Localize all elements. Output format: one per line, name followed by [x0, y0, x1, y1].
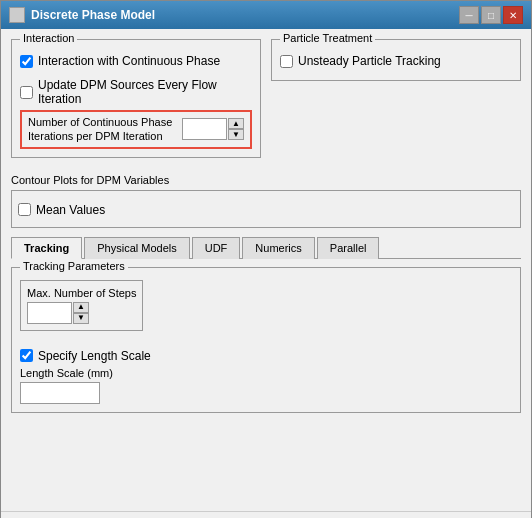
content-area: Interaction Interaction with Continuous …: [1, 29, 531, 511]
update-dpm-row: Update DPM Sources Every Flow Iteration: [20, 72, 252, 106]
update-dpm-checkbox[interactable]: [20, 86, 33, 99]
unsteady-label: Unsteady Particle Tracking: [298, 54, 441, 68]
max-steps-input[interactable]: 20000: [27, 302, 72, 324]
title-controls: ─ □ ✕: [459, 6, 523, 24]
minimize-button[interactable]: ─: [459, 6, 479, 24]
iterations-label-line2: Iterations per DPM Iteration: [28, 130, 163, 142]
iterations-up-button[interactable]: ▲: [228, 118, 244, 129]
contour-section-label: Contour Plots for DPM Variables: [11, 174, 521, 186]
close-button[interactable]: ✕: [503, 6, 523, 24]
iterations-down-button[interactable]: ▼: [228, 129, 244, 140]
length-scale-input[interactable]: 0.01: [20, 382, 100, 404]
particle-treatment-group: Particle Treatment Unsteady Particle Tra…: [271, 39, 521, 81]
app-icon: [9, 7, 25, 23]
mean-values-checkbox[interactable]: [18, 203, 31, 216]
iterations-label-line1: Number of Continuous Phase: [28, 116, 172, 128]
mean-values-label: Mean Values: [36, 203, 105, 217]
tracking-params-title: Tracking Parameters: [20, 260, 128, 272]
max-steps-down-button[interactable]: ▼: [73, 313, 89, 324]
mean-values-row: Mean Values: [18, 197, 514, 217]
tabs-bar: Tracking Physical Models UDF Numerics Pa…: [11, 236, 521, 259]
empty-area: [11, 421, 521, 501]
title-bar-left: Discrete Phase Model: [9, 7, 155, 23]
iterations-spinner-buttons: ▲ ▼: [228, 118, 244, 140]
unsteady-row: Unsteady Particle Tracking: [280, 48, 512, 68]
length-scale-section: Specify Length Scale Length Scale (mm) 0…: [20, 343, 512, 404]
contour-section: Contour Plots for DPM Variables Mean Val…: [11, 174, 521, 228]
max-steps-container: Max. Number of Steps 20000 ▲ ▼: [20, 280, 143, 331]
iterations-label: Number of Continuous Phase Iterations pe…: [28, 115, 172, 144]
tab-parallel[interactable]: Parallel: [317, 237, 380, 259]
tracking-params-group: Tracking Parameters Max. Number of Steps…: [11, 267, 521, 413]
bottom-bar: OK Injections... DEM Collisions... Cance…: [1, 511, 531, 518]
tab-tracking[interactable]: Tracking: [11, 237, 82, 259]
tab-udf[interactable]: UDF: [192, 237, 241, 259]
tab-numerics[interactable]: Numerics: [242, 237, 314, 259]
particle-treatment-title: Particle Treatment: [280, 32, 375, 44]
window-title: Discrete Phase Model: [31, 8, 155, 22]
specify-length-label: Specify Length Scale: [38, 349, 151, 363]
interaction-group: Interaction Interaction with Continuous …: [11, 39, 261, 158]
maximize-button[interactable]: □: [481, 6, 501, 24]
interaction-section: Interaction Interaction with Continuous …: [11, 39, 261, 166]
length-scale-input-section: Length Scale (mm) 0.01: [20, 367, 512, 404]
iterations-spinner: 20 ▲ ▼: [182, 118, 244, 140]
iterations-input[interactable]: 20: [182, 118, 227, 140]
update-dpm-label: Update DPM Sources Every Flow Iteration: [38, 78, 252, 106]
max-steps-spinner-buttons: ▲ ▼: [73, 302, 89, 324]
continuous-phase-label: Interaction with Continuous Phase: [38, 54, 220, 68]
tab-physical-models[interactable]: Physical Models: [84, 237, 189, 259]
window: Discrete Phase Model ─ □ ✕ Interaction I…: [0, 0, 532, 518]
specify-length-checkbox[interactable]: [20, 349, 33, 362]
iterations-row: Number of Continuous Phase Iterations pe…: [20, 110, 252, 149]
continuous-phase-checkbox[interactable]: [20, 55, 33, 68]
particle-treatment-section: Particle Treatment Unsteady Particle Tra…: [271, 39, 521, 166]
specify-length-row: Specify Length Scale: [20, 343, 512, 363]
unsteady-checkbox[interactable]: [280, 55, 293, 68]
length-scale-label: Length Scale (mm): [20, 367, 512, 379]
title-bar: Discrete Phase Model ─ □ ✕: [1, 1, 531, 29]
max-steps-label: Max. Number of Steps: [27, 287, 136, 299]
continuous-phase-row: Interaction with Continuous Phase: [20, 48, 252, 68]
interaction-group-title: Interaction: [20, 32, 77, 44]
top-section: Interaction Interaction with Continuous …: [11, 39, 521, 166]
contour-inner: Mean Values: [11, 190, 521, 228]
max-steps-up-button[interactable]: ▲: [73, 302, 89, 313]
max-steps-spinner: 20000 ▲ ▼: [27, 302, 136, 324]
